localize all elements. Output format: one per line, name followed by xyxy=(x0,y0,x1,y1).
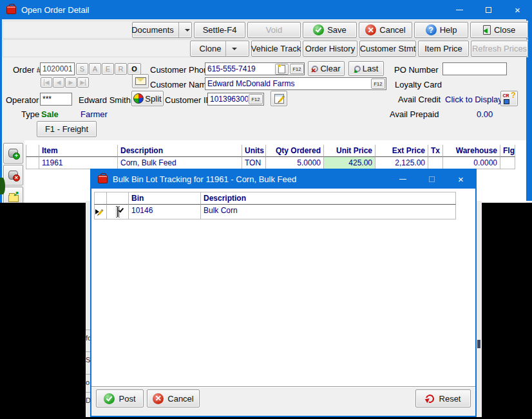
checkbox-check-icon xyxy=(118,207,123,213)
modal-close-button[interactable]: × xyxy=(446,170,475,189)
items-grid-row[interactable]: 11961 Corn, Bulk Feed TON 5.0000 425.00 … xyxy=(26,157,515,169)
item-cell[interactable]: 11961 xyxy=(39,157,118,169)
customer-phone-label: Customer Phone xyxy=(150,65,213,75)
avail-credit-link[interactable]: Click to Display xyxy=(445,95,502,104)
envelope-icon xyxy=(135,77,146,85)
freight-button[interactable]: F1 - Freight xyxy=(37,121,97,137)
next-record-icon: ▶ xyxy=(69,79,73,86)
flag-a-button[interactable]: A xyxy=(89,63,101,75)
modal-cancel-button[interactable]: ✕ Cancel xyxy=(147,389,200,407)
row-selector-cell[interactable] xyxy=(26,157,39,169)
name-f12-button[interactable]: F12 xyxy=(371,79,385,89)
window-border-left xyxy=(0,0,2,203)
close-window-button[interactable]: × xyxy=(503,0,532,19)
cancel-button[interactable]: ✕ Cancel xyxy=(359,22,412,38)
check-circle-icon xyxy=(313,24,324,35)
qty-ordered-cell[interactable]: 5.0000 xyxy=(266,157,324,169)
minimize-icon xyxy=(456,10,463,10)
warehouse-cell[interactable]: 0.0000 xyxy=(443,157,500,169)
ext-price-cell[interactable]: 2,125.00 xyxy=(375,157,428,169)
operator-input[interactable] xyxy=(40,93,72,106)
maximize-button[interactable] xyxy=(474,0,503,19)
send-mail-button[interactable] xyxy=(132,74,149,88)
x-circle-icon: ✕ xyxy=(153,393,164,404)
units-cell[interactable]: TON xyxy=(242,157,266,169)
avail-prepaid-value: 0.00 xyxy=(477,109,493,119)
next-record-button[interactable]: ▶ xyxy=(65,77,77,88)
split-button[interactable]: Split xyxy=(131,91,164,106)
order-number-input[interactable] xyxy=(40,62,75,75)
flag-s-button[interactable]: S xyxy=(76,63,88,75)
customer-class-value: Farmer xyxy=(81,109,108,119)
clone-button[interactable]: Clone xyxy=(190,41,249,57)
void-button[interactable]: Void xyxy=(247,22,301,38)
add-row-button[interactable]: + xyxy=(3,143,23,163)
previous-record-button[interactable]: ◀ xyxy=(53,77,64,88)
minimize-button[interactable] xyxy=(445,0,474,19)
vehicle-track-button[interactable]: Vehicle Track xyxy=(251,41,301,57)
exit-door-icon xyxy=(483,25,491,35)
modal-title: Bulk Bin Lot Tracking for 11961 - Corn, … xyxy=(113,174,296,184)
new-document-icon xyxy=(278,65,285,73)
clear-button[interactable]: ✕ Clear xyxy=(308,61,345,76)
delete-row-button[interactable]: × xyxy=(3,165,23,185)
row-edit-marker xyxy=(94,205,107,219)
bin-grid-row[interactable]: 10146 Bulk Corn xyxy=(94,205,456,219)
flag-o-button[interactable]: O xyxy=(128,63,141,75)
main-titlebar[interactable]: Open Order Detail × xyxy=(0,0,532,19)
po-number-input[interactable] xyxy=(442,62,507,75)
modal-footer: Post ✕ Cancel Reset xyxy=(91,386,475,416)
col-units: Units xyxy=(242,145,266,157)
items-grid-header: Item Description Units Qty Ordered Unit … xyxy=(26,145,515,157)
type-label: Type xyxy=(21,109,39,119)
folder-edit-icon xyxy=(8,195,19,202)
first-record-button[interactable]: ◀ xyxy=(41,77,52,88)
bin-cell[interactable]: 10146 xyxy=(129,205,201,219)
modal-titlebar[interactable]: Bulk Bin Lot Tracking for 11961 - Corn, … xyxy=(91,170,475,189)
bin-grid-header: Bin Description xyxy=(94,192,456,205)
app-icon xyxy=(98,175,108,183)
phone-f12-button[interactable]: F12 xyxy=(290,64,304,74)
post-button[interactable]: Post xyxy=(96,389,144,407)
unit-price-cell[interactable]: 425.00 xyxy=(324,157,375,169)
customer-name-input[interactable] xyxy=(205,77,386,90)
col-tx: Tx xyxy=(428,145,443,157)
chevron-down-icon xyxy=(232,48,237,50)
bin-description-cell[interactable]: Bulk Corn xyxy=(201,205,456,219)
help-button[interactable]: ? Help xyxy=(414,22,468,38)
new-document-button[interactable] xyxy=(275,64,289,75)
tx-cell[interactable] xyxy=(428,157,443,169)
open-edit-button[interactable] xyxy=(3,187,23,203)
id-f12-button[interactable]: F12 xyxy=(249,94,263,104)
edit-note-button[interactable] xyxy=(271,91,287,106)
reset-label: Reset xyxy=(439,394,461,404)
col-flg: Flg xyxy=(500,145,515,157)
item-price-button[interactable]: Item Price xyxy=(418,41,469,57)
modal-maximize-button[interactable] xyxy=(417,170,446,189)
help-label: Help xyxy=(440,25,457,35)
flag-r-button[interactable]: R xyxy=(115,63,127,75)
col-ext-price: Ext Price xyxy=(375,145,428,157)
order-history-button[interactable]: Order History xyxy=(303,41,357,57)
credit-info-button[interactable]: CR? xyxy=(500,91,518,106)
col-item: Item xyxy=(39,145,118,157)
previous-record-icon: ◀ xyxy=(57,79,61,86)
description-cell[interactable]: Corn, Bulk Feed xyxy=(118,157,242,169)
documents-button[interactable]: Documents xyxy=(132,22,192,38)
flag-o-label: O xyxy=(131,65,137,73)
modal-minimize-button[interactable] xyxy=(388,170,417,189)
flg-cell[interactable] xyxy=(500,157,515,169)
refresh-prices-button[interactable]: Refresh Prices xyxy=(471,41,528,57)
flag-e-button[interactable]: E xyxy=(102,63,114,75)
save-button[interactable]: Save xyxy=(303,22,357,38)
customer-stmt-button[interactable]: Customer Stmt xyxy=(359,41,416,57)
last-button[interactable]: ▲ Last xyxy=(348,61,384,76)
freight-label: F1 - Freight xyxy=(45,124,88,134)
last-record-button[interactable]: ▶ xyxy=(77,77,89,88)
minimize-icon xyxy=(399,179,406,180)
settle-button[interactable]: Settle-F4 xyxy=(194,22,245,38)
reset-button[interactable]: Reset xyxy=(415,389,471,407)
bin-checkbox-cell[interactable] xyxy=(107,205,129,219)
close-button[interactable]: Close xyxy=(470,22,528,38)
bin-checkbox[interactable] xyxy=(117,207,119,217)
